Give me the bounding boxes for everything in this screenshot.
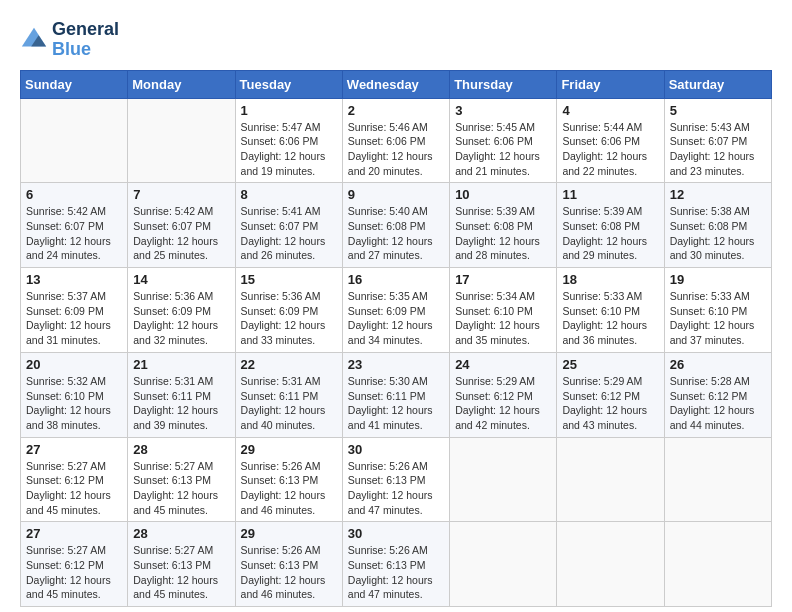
day-number: 23 [348,357,444,372]
calendar-week-row: 6 Sunrise: 5:42 AMSunset: 6:07 PMDayligh… [21,183,772,268]
day-info: Sunrise: 5:26 AMSunset: 6:13 PMDaylight:… [348,459,444,518]
calendar-week-row: 27 Sunrise: 5:27 AMSunset: 6:12 PMDaylig… [21,437,772,522]
weekday-header-monday: Monday [128,70,235,98]
calendar-day-cell [450,437,557,522]
day-info: Sunrise: 5:27 AMSunset: 6:13 PMDaylight:… [133,459,229,518]
day-info: Sunrise: 5:46 AMSunset: 6:06 PMDaylight:… [348,120,444,179]
day-number: 9 [348,187,444,202]
day-number: 28 [133,526,229,541]
calendar-day-cell: 18 Sunrise: 5:33 AMSunset: 6:10 PMDaylig… [557,268,664,353]
day-number: 27 [26,442,122,457]
day-info: Sunrise: 5:35 AMSunset: 6:09 PMDaylight:… [348,289,444,348]
calendar-week-row: 1 Sunrise: 5:47 AMSunset: 6:06 PMDayligh… [21,98,772,183]
weekday-header-thursday: Thursday [450,70,557,98]
day-number: 18 [562,272,658,287]
calendar-day-cell: 16 Sunrise: 5:35 AMSunset: 6:09 PMDaylig… [342,268,449,353]
day-number: 30 [348,442,444,457]
calendar-day-cell [664,437,771,522]
weekday-header-sunday: Sunday [21,70,128,98]
calendar-day-cell: 30 Sunrise: 5:26 AMSunset: 6:13 PMDaylig… [342,437,449,522]
day-info: Sunrise: 5:26 AMSunset: 6:13 PMDaylight:… [241,543,337,602]
page-header: General Blue [20,20,772,60]
calendar-day-cell: 28 Sunrise: 5:27 AMSunset: 6:13 PMDaylig… [128,522,235,607]
calendar-day-cell [664,522,771,607]
day-info: Sunrise: 5:36 AMSunset: 6:09 PMDaylight:… [241,289,337,348]
day-number: 1 [241,103,337,118]
day-info: Sunrise: 5:38 AMSunset: 6:08 PMDaylight:… [670,204,766,263]
weekday-header-saturday: Saturday [664,70,771,98]
calendar-day-cell: 8 Sunrise: 5:41 AMSunset: 6:07 PMDayligh… [235,183,342,268]
day-number: 3 [455,103,551,118]
calendar-day-cell: 28 Sunrise: 5:27 AMSunset: 6:13 PMDaylig… [128,437,235,522]
day-info: Sunrise: 5:29 AMSunset: 6:12 PMDaylight:… [562,374,658,433]
day-info: Sunrise: 5:26 AMSunset: 6:13 PMDaylight:… [348,543,444,602]
day-number: 21 [133,357,229,372]
day-info: Sunrise: 5:27 AMSunset: 6:12 PMDaylight:… [26,543,122,602]
logo: General Blue [20,20,119,60]
day-info: Sunrise: 5:31 AMSunset: 6:11 PMDaylight:… [241,374,337,433]
day-number: 13 [26,272,122,287]
day-info: Sunrise: 5:39 AMSunset: 6:08 PMDaylight:… [562,204,658,263]
calendar-day-cell: 12 Sunrise: 5:38 AMSunset: 6:08 PMDaylig… [664,183,771,268]
day-number: 7 [133,187,229,202]
calendar-week-row: 13 Sunrise: 5:37 AMSunset: 6:09 PMDaylig… [21,268,772,353]
calendar-day-cell: 29 Sunrise: 5:26 AMSunset: 6:13 PMDaylig… [235,437,342,522]
day-info: Sunrise: 5:37 AMSunset: 6:09 PMDaylight:… [26,289,122,348]
day-info: Sunrise: 5:29 AMSunset: 6:12 PMDaylight:… [455,374,551,433]
day-number: 6 [26,187,122,202]
calendar-header-row: SundayMondayTuesdayWednesdayThursdayFrid… [21,70,772,98]
day-number: 19 [670,272,766,287]
day-info: Sunrise: 5:34 AMSunset: 6:10 PMDaylight:… [455,289,551,348]
day-number: 26 [670,357,766,372]
calendar-day-cell: 29 Sunrise: 5:26 AMSunset: 6:13 PMDaylig… [235,522,342,607]
day-info: Sunrise: 5:44 AMSunset: 6:06 PMDaylight:… [562,120,658,179]
day-number: 27 [26,526,122,541]
day-info: Sunrise: 5:36 AMSunset: 6:09 PMDaylight:… [133,289,229,348]
day-info: Sunrise: 5:41 AMSunset: 6:07 PMDaylight:… [241,204,337,263]
day-number: 24 [455,357,551,372]
day-info: Sunrise: 5:33 AMSunset: 6:10 PMDaylight:… [562,289,658,348]
day-info: Sunrise: 5:47 AMSunset: 6:06 PMDaylight:… [241,120,337,179]
calendar-day-cell: 23 Sunrise: 5:30 AMSunset: 6:11 PMDaylig… [342,352,449,437]
calendar-table: SundayMondayTuesdayWednesdayThursdayFrid… [20,70,772,608]
day-number: 5 [670,103,766,118]
day-info: Sunrise: 5:28 AMSunset: 6:12 PMDaylight:… [670,374,766,433]
day-number: 11 [562,187,658,202]
day-info: Sunrise: 5:27 AMSunset: 6:12 PMDaylight:… [26,459,122,518]
day-info: Sunrise: 5:27 AMSunset: 6:13 PMDaylight:… [133,543,229,602]
day-number: 8 [241,187,337,202]
day-info: Sunrise: 5:42 AMSunset: 6:07 PMDaylight:… [133,204,229,263]
calendar-day-cell [557,437,664,522]
day-number: 10 [455,187,551,202]
day-number: 25 [562,357,658,372]
weekday-header-friday: Friday [557,70,664,98]
calendar-body: 1 Sunrise: 5:47 AMSunset: 6:06 PMDayligh… [21,98,772,607]
day-info: Sunrise: 5:32 AMSunset: 6:10 PMDaylight:… [26,374,122,433]
day-number: 28 [133,442,229,457]
day-number: 2 [348,103,444,118]
calendar-day-cell: 26 Sunrise: 5:28 AMSunset: 6:12 PMDaylig… [664,352,771,437]
day-info: Sunrise: 5:43 AMSunset: 6:07 PMDaylight:… [670,120,766,179]
day-number: 29 [241,442,337,457]
calendar-day-cell [21,98,128,183]
calendar-week-row: 20 Sunrise: 5:32 AMSunset: 6:10 PMDaylig… [21,352,772,437]
calendar-day-cell: 17 Sunrise: 5:34 AMSunset: 6:10 PMDaylig… [450,268,557,353]
day-info: Sunrise: 5:31 AMSunset: 6:11 PMDaylight:… [133,374,229,433]
calendar-day-cell: 24 Sunrise: 5:29 AMSunset: 6:12 PMDaylig… [450,352,557,437]
calendar-day-cell: 11 Sunrise: 5:39 AMSunset: 6:08 PMDaylig… [557,183,664,268]
day-number: 30 [348,526,444,541]
calendar-day-cell: 2 Sunrise: 5:46 AMSunset: 6:06 PMDayligh… [342,98,449,183]
calendar-day-cell: 19 Sunrise: 5:33 AMSunset: 6:10 PMDaylig… [664,268,771,353]
day-info: Sunrise: 5:45 AMSunset: 6:06 PMDaylight:… [455,120,551,179]
weekday-header-wednesday: Wednesday [342,70,449,98]
day-info: Sunrise: 5:42 AMSunset: 6:07 PMDaylight:… [26,204,122,263]
day-info: Sunrise: 5:33 AMSunset: 6:10 PMDaylight:… [670,289,766,348]
calendar-day-cell: 27 Sunrise: 5:27 AMSunset: 6:12 PMDaylig… [21,437,128,522]
day-info: Sunrise: 5:30 AMSunset: 6:11 PMDaylight:… [348,374,444,433]
weekday-header-tuesday: Tuesday [235,70,342,98]
calendar-day-cell: 13 Sunrise: 5:37 AMSunset: 6:09 PMDaylig… [21,268,128,353]
calendar-day-cell: 21 Sunrise: 5:31 AMSunset: 6:11 PMDaylig… [128,352,235,437]
calendar-day-cell: 15 Sunrise: 5:36 AMSunset: 6:09 PMDaylig… [235,268,342,353]
calendar-day-cell: 6 Sunrise: 5:42 AMSunset: 6:07 PMDayligh… [21,183,128,268]
calendar-day-cell [557,522,664,607]
